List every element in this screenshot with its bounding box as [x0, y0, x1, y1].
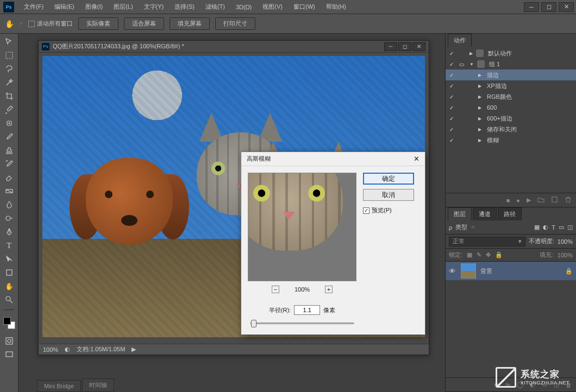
menu-file[interactable]: 文件(F) [18, 3, 49, 11]
svg-rect-9 [552, 197, 557, 202]
doc-close-icon[interactable]: ✕ [412, 42, 425, 51]
menu-window[interactable]: 窗口(W) [288, 3, 321, 11]
tab-channels[interactable]: 通道 [473, 207, 497, 220]
type-tool-icon[interactable]: T [3, 239, 16, 251]
cancel-button[interactable]: 取消 [363, 189, 414, 201]
lock-pixels-icon[interactable]: ▦ [467, 251, 472, 258]
wand-tool-icon[interactable] [3, 77, 16, 88]
window-close-icon[interactable]: ✕ [559, 2, 574, 12]
fit-screen-button[interactable]: 适合屏幕 [124, 17, 164, 30]
zoom-level[interactable]: 100% [43, 346, 58, 353]
action-row[interactable]: ✓▭▼组 1 [446, 59, 576, 69]
stop-icon[interactable]: ■ [506, 197, 510, 204]
brush-tool-icon[interactable] [3, 131, 16, 143]
color-swatches[interactable] [3, 317, 15, 329]
window-minimize-icon[interactable]: ─ [524, 2, 539, 12]
action-row[interactable]: ✓▶600 [446, 102, 576, 113]
menu-view[interactable]: 视图(V) [257, 3, 288, 11]
doc-maximize-icon[interactable]: ◻ [398, 42, 411, 51]
play-icon[interactable]: ▶ [527, 197, 531, 204]
shape-tool-icon[interactable] [3, 267, 16, 279]
dodge-tool-icon[interactable] [3, 212, 16, 224]
opacity-field[interactable]: 100% [558, 238, 573, 245]
canvas-area: Ps QQ图片20170517124033.jpg @ 100%(RGB/8#)… [18, 34, 446, 392]
filter-type-icon[interactable]: T [552, 224, 555, 231]
action-row[interactable]: ✓▶600+描边 [446, 113, 576, 124]
history-brush-icon[interactable] [3, 158, 16, 170]
dialog-titlebar[interactable]: 高斯模糊 ✕ [241, 152, 425, 166]
action-row[interactable]: ✓▶默认动作 [446, 48, 576, 59]
menu-image[interactable]: 图像(I) [80, 3, 108, 11]
tab-timeline[interactable]: 时间轴 [82, 378, 114, 392]
tab-layers[interactable]: 图层 [448, 207, 472, 220]
eraser-tool-icon[interactable] [3, 172, 16, 184]
path-tool-icon[interactable] [3, 253, 16, 265]
layer-background[interactable]: 👁 背景 🔒 [446, 262, 576, 280]
tab-actions[interactable]: 动作 [448, 34, 472, 47]
zoom-tool-icon[interactable] [3, 294, 16, 306]
heal-tool-icon[interactable] [3, 117, 16, 129]
screenmode-icon[interactable] [3, 349, 16, 361]
menu-filter[interactable]: 滤镜(T) [200, 3, 230, 11]
move-tool-icon[interactable] [3, 36, 16, 48]
actual-pixels-button[interactable]: 实际像素 [78, 17, 118, 30]
ok-button[interactable]: 确定 [363, 173, 414, 185]
svg-rect-6 [6, 338, 12, 344]
fill-field[interactable]: 100% [558, 252, 573, 258]
tab-mini-bridge[interactable]: Mini Bridge [37, 380, 81, 392]
filter-adjust-icon[interactable]: ◐ [543, 224, 548, 231]
filter-shape-icon[interactable]: ▭ [559, 224, 564, 231]
menu-type[interactable]: 文字(Y) [139, 3, 170, 11]
menu-select[interactable]: 选择(S) [169, 3, 200, 11]
visibility-icon[interactable]: 👁 [449, 267, 456, 275]
filter-smart-icon[interactable]: ◫ [567, 224, 573, 231]
svg-rect-8 [6, 352, 12, 357]
marquee-tool-icon[interactable] [3, 49, 16, 61]
zoom-out-button[interactable]: − [272, 286, 279, 293]
preview-checkbox[interactable]: ✓预览(P) [363, 206, 414, 214]
record-icon[interactable]: ● [516, 197, 520, 204]
lock-all-icon[interactable]: 🔒 [495, 251, 503, 258]
actions-list: ✓▶默认动作✓▭▼组 1✓▶描边✓▶XP描边✓▶RGB颜色✓▶600✓▶600+… [446, 47, 576, 193]
action-row[interactable]: ✓▶储存和关闭 [446, 124, 576, 135]
document-titlebar[interactable]: Ps QQ图片20170517124033.jpg @ 100%(RGB/8#)… [39, 41, 429, 53]
eyedropper-tool-icon[interactable] [3, 104, 16, 116]
delete-icon[interactable] [565, 196, 572, 204]
radius-slider[interactable] [248, 318, 356, 328]
layer-thumbnail[interactable] [461, 263, 476, 279]
menu-3d[interactable]: 3D(D) [230, 4, 257, 10]
hand-tool-icon[interactable]: ✋ [3, 280, 16, 292]
action-row[interactable]: ✓▶RGB颜色 [446, 91, 576, 102]
svg-point-7 [8, 339, 11, 343]
lock-brush-icon[interactable]: ✎ [477, 251, 481, 258]
filter-pixel-icon[interactable]: ▦ [534, 224, 540, 231]
stamp-tool-icon[interactable] [3, 144, 16, 156]
doc-minimize-icon[interactable]: ─ [384, 42, 397, 51]
zoom-in-button[interactable]: + [325, 286, 333, 293]
lasso-tool-icon[interactable] [3, 63, 16, 75]
menu-help[interactable]: 帮助(H) [321, 3, 352, 11]
pen-tool-icon[interactable] [3, 226, 16, 238]
radius-input[interactable] [294, 305, 320, 315]
new-action-icon[interactable] [551, 196, 558, 204]
blur-tool-icon[interactable] [3, 199, 16, 211]
print-size-button[interactable]: 打印尺寸 [215, 17, 255, 30]
filter-preview[interactable] [248, 173, 356, 281]
fill-screen-button[interactable]: 填充屏幕 [170, 17, 210, 30]
quickmask-icon[interactable] [3, 335, 16, 347]
window-maximize-icon[interactable]: ◻ [541, 2, 556, 12]
tab-paths[interactable]: 路径 [498, 207, 522, 220]
action-row[interactable]: ✓▶描边 [446, 69, 576, 80]
action-row[interactable]: ✓▶模糊 [446, 135, 576, 146]
hand-tool-icon[interactable]: ✋ [4, 19, 14, 29]
gradient-tool-icon[interactable] [3, 185, 16, 197]
menu-edit[interactable]: 编辑(E) [49, 3, 80, 11]
menu-layer[interactable]: 图层(L) [108, 3, 138, 11]
blend-mode-select[interactable]: 正常▾ [449, 237, 525, 246]
scroll-all-checkbox[interactable]: 滚动所有窗口 [28, 20, 73, 28]
dialog-close-icon[interactable]: ✕ [414, 155, 420, 163]
action-row[interactable]: ✓▶XP描边 [446, 80, 576, 91]
lock-move-icon[interactable]: ✥ [486, 251, 491, 258]
crop-tool-icon[interactable] [3, 90, 16, 102]
new-set-icon[interactable] [537, 196, 544, 204]
